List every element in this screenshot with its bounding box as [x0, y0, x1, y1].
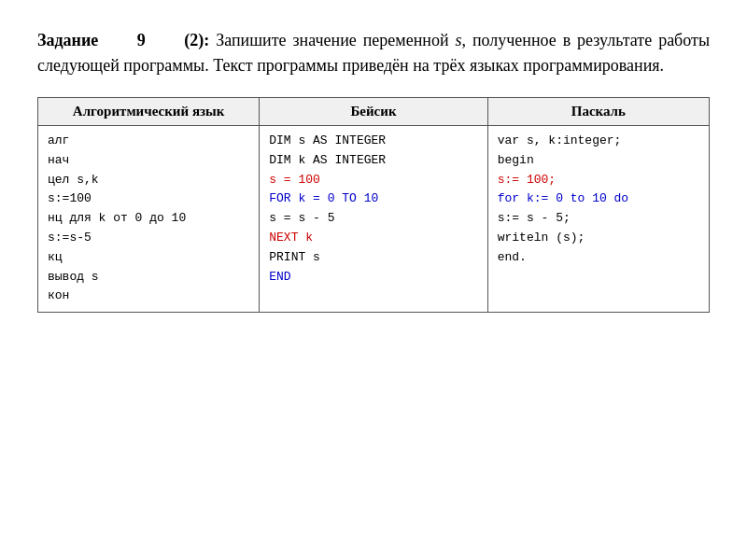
table-code-row: алг нач цел s,k s:=100 нц для k от 0 до … [38, 126, 710, 313]
task-label: Задание [37, 31, 98, 49]
basic-line-4: FOR k = 0 TO 10 [269, 189, 477, 209]
basic-line-3: s = 100 [269, 171, 477, 190]
algo-line-2: нач [48, 151, 249, 171]
pascal-line-4: for k:= 0 to 10 do [498, 189, 699, 209]
task-number: 9 [137, 31, 146, 49]
algo-line-8: вывод s [48, 268, 249, 287]
page-container: Задание 9 (2): Запишите значение перемен… [37, 28, 710, 313]
pascal-line-5: s:= s - 5; [498, 209, 699, 229]
algo-line-1: алг [48, 132, 249, 151]
pascal-line-7: end. [498, 248, 699, 268]
algo-line-3: цел s,k [48, 171, 249, 190]
basic-line-6: NEXT k [269, 229, 477, 248]
algo-line-9: кон [48, 287, 249, 306]
pascal-line-3: s:= 100; [498, 171, 699, 190]
algo-code-cell: алг нач цел s,k s:=100 нц для k от 0 до … [38, 126, 260, 313]
basic-code-cell: DIM s AS INTEGER DIM k AS INTEGER s = 10… [260, 126, 487, 313]
algo-line-6: s:=s-5 [48, 229, 249, 248]
header-basic: Бейсик [260, 98, 487, 126]
task-paren: (2): [184, 31, 209, 49]
table-header-row: Алгоритмический язык Бейсик Паскаль [38, 98, 710, 126]
algo-line-4: s:=100 [48, 189, 249, 209]
header-pascal: Паскаль [487, 98, 709, 126]
header-algo: Алгоритмический язык [38, 98, 260, 126]
algo-line-5: нц для k от 0 до 10 [48, 209, 249, 229]
algo-line-7: кц [48, 248, 249, 268]
pascal-code-cell: var s, k:integer; begin s:= 100; for k:=… [487, 126, 709, 313]
task-text-rest: Запишите значение переменной [216, 31, 455, 49]
basic-line-8: END [269, 268, 477, 287]
basic-line-2: DIM k AS INTEGER [269, 151, 477, 171]
basic-line-1: DIM s AS INTEGER [269, 132, 477, 151]
pascal-line-1: var s, k:integer; [498, 132, 699, 151]
pascal-line-2: begin [498, 151, 699, 171]
pascal-line-6: writeln (s); [498, 229, 699, 248]
basic-line-7: PRINT s [269, 248, 477, 268]
basic-line-5: s = s - 5 [269, 209, 477, 229]
task-description: Задание 9 (2): Запишите значение перемен… [37, 28, 710, 78]
code-table: Алгоритмический язык Бейсик Паскаль алг … [37, 97, 710, 313]
